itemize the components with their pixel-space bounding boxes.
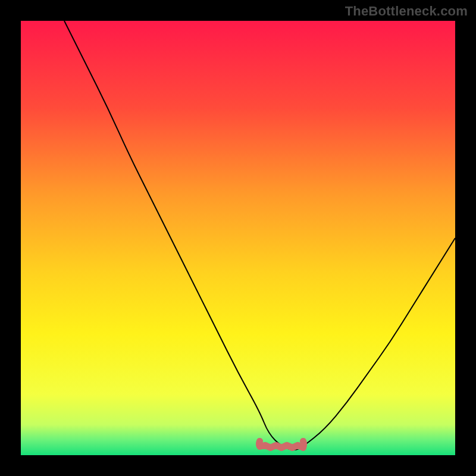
chart-frame: TheBottleneck.com	[0, 0, 476, 476]
gradient-background	[21, 21, 455, 455]
bottleneck-chart	[21, 21, 455, 455]
watermark-text: TheBottleneck.com	[345, 4, 468, 19]
